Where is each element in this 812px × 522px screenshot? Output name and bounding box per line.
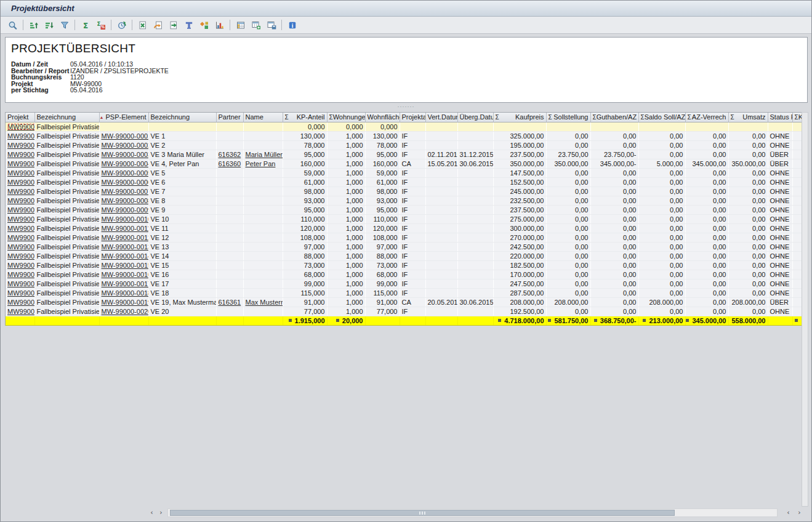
- pane-scroll-left-button[interactable]: ‹: [784, 508, 793, 517]
- col-header-psp[interactable]: ▲PSP-Element: [99, 113, 148, 122]
- hscroll-right-button[interactable]: ›: [156, 508, 166, 517]
- projekt-link[interactable]: MW99000: [7, 289, 34, 297]
- psp-link[interactable]: MW-99000-0016: [102, 271, 149, 278]
- projekt-link[interactable]: MW99000: [7, 142, 34, 149]
- table-row[interactable]: MW99000Fallbeispiel PrivatisierungMW-990…: [6, 150, 802, 159]
- toolbar-export-word-button[interactable]: [150, 18, 166, 33]
- psp-link[interactable]: MW-99000-0008: [102, 197, 149, 204]
- psp-link[interactable]: MW-99000-0012: [102, 234, 149, 241]
- psp-link[interactable]: MW-99000-0011: [102, 225, 149, 232]
- projekt-link[interactable]: MW99000: [7, 206, 34, 214]
- vertical-scrollbar[interactable]: [802, 112, 808, 507]
- projekt-link[interactable]: MW99000: [7, 252, 34, 260]
- psp-link[interactable]: MW-99000-0007: [102, 188, 149, 195]
- projekt-link[interactable]: MW99000: [7, 243, 34, 251]
- table-row[interactable]: MW99000Fallbeispiel PrivatisierungMW-990…: [6, 187, 802, 196]
- projekt-link[interactable]: MW99000: [7, 132, 34, 140]
- col-header-kp[interactable]: ΣKP-Anteil: [283, 113, 327, 122]
- projekt-link[interactable]: MW99000: [7, 151, 34, 158]
- table-row[interactable]: MW99000Fallbeispiel PrivatisierungMW-990…: [6, 223, 802, 233]
- hscroll-thumb[interactable]: [170, 510, 675, 516]
- table-row[interactable]: MW99000Fallbeispiel PrivatisierungMW-990…: [6, 251, 802, 260]
- psp-link[interactable]: MW-99000-0003: [102, 151, 149, 158]
- psp-link[interactable]: MW-99000-0018: [102, 289, 149, 297]
- toolbar-sort-descending-button[interactable]: [41, 18, 57, 33]
- toolbar-export-local-file-button[interactable]: [166, 18, 181, 33]
- toolbar-sort-ascending-button[interactable]: [26, 18, 41, 33]
- col-header-art[interactable]: Projektart: [400, 113, 425, 122]
- pane-scroll-right-button[interactable]: ›: [795, 508, 804, 517]
- col-header-sk[interactable]: ΣK: [792, 113, 802, 122]
- projekt-link[interactable]: MW99000: [7, 215, 34, 223]
- table-row[interactable]: MW99000Fallbeispiel PrivatisierungMW-990…: [6, 205, 802, 214]
- table-row[interactable]: MW99000Fallbeispiel PrivatisierungMW-990…: [6, 196, 802, 205]
- table-row[interactable]: MW99000Fallbeispiel PrivatisierungMW-990…: [6, 168, 802, 177]
- table-row[interactable]: MW99000Fallbeispiel PrivatisierungMW-990…: [6, 279, 802, 288]
- projekt-link[interactable]: MW99000: [7, 197, 34, 204]
- col-header-bez1[interactable]: Bezeichnung: [34, 113, 99, 122]
- psp-link[interactable]: MW-99000-0017: [102, 280, 149, 287]
- psp-link[interactable]: MW-99000-0005: [102, 169, 149, 177]
- name-link[interactable]: Maria Müller: [246, 151, 283, 158]
- col-header-kauf[interactable]: ΣKaufpreis: [493, 113, 546, 122]
- projekt-link[interactable]: MW99000: [7, 179, 34, 186]
- toolbar-filter-button[interactable]: [57, 18, 72, 33]
- table-row[interactable]: MW99000Fallbeispiel PrivatisierungMW-990…: [6, 233, 802, 242]
- projekt-link[interactable]: MW99000: [7, 234, 34, 241]
- splitter-handle[interactable]: ·······: [1, 104, 811, 109]
- table-row[interactable]: MW99000Fallbeispiel PrivatisierungMW-990…: [6, 214, 802, 223]
- psp-link[interactable]: MW-99000-0020: [102, 308, 149, 315]
- col-header-name[interactable]: Name: [243, 113, 283, 122]
- hscroll-left-button[interactable]: ‹: [147, 508, 156, 517]
- toolbar-chart-button[interactable]: [212, 18, 227, 33]
- psp-link[interactable]: MW-99000-0001: [102, 132, 149, 140]
- partner-link[interactable]: 616360: [219, 160, 241, 167]
- toolbar-save-layout-button[interactable]: [263, 18, 279, 33]
- col-header-wo[interactable]: ΣWohnungen: [327, 113, 365, 122]
- table-row[interactable]: MW99000Fallbeispiel PrivatisierungMW-990…: [6, 297, 802, 307]
- table-row[interactable]: MW99000Fallbeispiel PrivatisierungMW-990…: [6, 140, 802, 150]
- col-header-saldo[interactable]: ΣSaldo Soll/AZ: [638, 113, 685, 122]
- projekt-link[interactable]: MW99000: [7, 299, 34, 306]
- col-header-projekt[interactable]: Projekt: [6, 113, 34, 122]
- col-header-vd[interactable]: Vert.Datum: [425, 113, 457, 122]
- toolbar-info-button[interactable]: i: [284, 18, 300, 33]
- projekt-link[interactable]: MW99000: [7, 123, 34, 130]
- projekt-link[interactable]: MW99000: [7, 169, 34, 177]
- table-row[interactable]: MW99000Fallbeispiel PrivatisierungMW-990…: [6, 177, 802, 187]
- projekt-link[interactable]: MW99000: [7, 160, 34, 167]
- table-row[interactable]: MW99000Fallbeispiel PrivatisierungMW-990…: [6, 307, 802, 316]
- col-header-guth[interactable]: ΣGuthaben/AZ: [590, 113, 638, 122]
- psp-link[interactable]: MW-99000-0002: [102, 142, 149, 149]
- col-header-partner[interactable]: Partner: [216, 113, 243, 122]
- projekt-link[interactable]: MW99000: [7, 188, 34, 195]
- toolbar-export-excel-button[interactable]: [135, 18, 150, 33]
- project-summary-row[interactable]: MW99000Fallbeispiel Privatisierung0,0000…: [6, 122, 802, 131]
- table-row[interactable]: MW99000Fallbeispiel PrivatisierungMW-990…: [6, 159, 802, 168]
- table-row[interactable]: MW99000Fallbeispiel PrivatisierungMW-990…: [6, 288, 802, 297]
- psp-link[interactable]: MW-99000-0015: [102, 262, 149, 269]
- psp-link[interactable]: MW-99000-0013: [102, 243, 149, 251]
- toolbar-refresh-button[interactable]: [114, 18, 129, 33]
- partner-link[interactable]: 616361: [219, 299, 241, 306]
- table-row[interactable]: MW99000Fallbeispiel PrivatisierungMW-990…: [6, 260, 802, 270]
- partner-link[interactable]: 616362: [219, 151, 241, 158]
- table-row[interactable]: MW99000Fallbeispiel PrivatisierungMW-990…: [6, 270, 802, 279]
- toolbar-change-layout-button[interactable]: [248, 18, 263, 33]
- psp-link[interactable]: MW-99000-0010: [102, 215, 149, 223]
- col-header-ums[interactable]: ΣUmsatz: [728, 113, 768, 122]
- toolbar-graphic-button[interactable]: [196, 18, 212, 33]
- col-header-azv[interactable]: ΣAZ-Verrech: [685, 113, 728, 122]
- toolbar-subtotal-button[interactable]: Σ%: [93, 18, 108, 33]
- col-header-ud[interactable]: Überg.Datu: [457, 113, 493, 122]
- col-header-wf[interactable]: Wohnfläche: [365, 113, 400, 122]
- toolbar-details-button[interactable]: [5, 18, 20, 33]
- psp-link[interactable]: MW-99000-0014: [102, 252, 149, 260]
- psp-link[interactable]: MW-99000-0006: [102, 179, 149, 186]
- projekt-link[interactable]: MW99000: [7, 225, 34, 232]
- projekt-link[interactable]: MW99000: [7, 308, 34, 315]
- col-header-bez2[interactable]: Bezeichnung: [148, 113, 216, 122]
- toolbar-total-button[interactable]: Σ: [78, 18, 93, 33]
- name-link[interactable]: Max Mustermann: [246, 299, 283, 306]
- projekt-link[interactable]: MW99000: [7, 262, 34, 269]
